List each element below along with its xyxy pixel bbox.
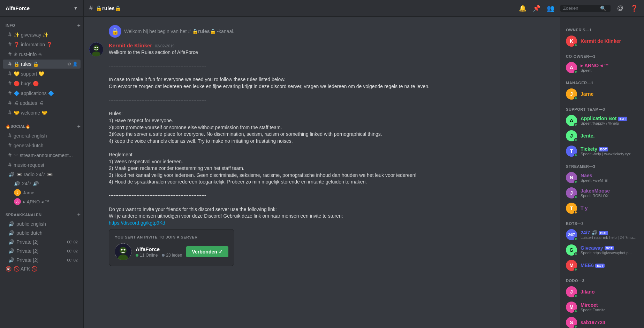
- member-naes[interactable]: N Naes Speelt FiveM 🖥: [563, 170, 641, 185]
- member-ty[interactable]: T T y: [563, 201, 641, 216]
- channel-item-general-english[interactable]: # general-english: [3, 131, 81, 140]
- status-dot: [574, 268, 577, 271]
- search-input[interactable]: [563, 6, 598, 11]
- voice-channel-public-dutch[interactable]: 🔊 public dutch: [3, 229, 81, 237]
- system-text: Welkom bij het begin van het # 🔒rules🔒 -…: [124, 29, 234, 34]
- member-info-appbot: Application BotBOT Speelt %apply / %help: [581, 116, 638, 125]
- channel-item-welcome[interactable]: # 🤝 welcome 🤝: [3, 108, 81, 117]
- member-jente[interactable]: J Jente.: [563, 128, 641, 143]
- invite-link[interactable]: https://discord.gg/kgtp9Kd: [109, 220, 165, 226]
- voice-channel-radio[interactable]: 🔊 📼 radio 24/7 📼: [3, 170, 81, 179]
- channel-item-giveaway[interactable]: # ✨ giveaway ✨: [3, 30, 81, 39]
- member-name: JakenMoose: [581, 188, 638, 194]
- verbonden-button[interactable]: Verbonden ✓: [186, 246, 228, 257]
- voice-member-arno[interactable]: A ▸ ĄRNO ◂ ™: [3, 197, 81, 206]
- search-box[interactable]: 🔍: [560, 5, 611, 12]
- channel-title: 🔒rules🔒: [96, 5, 121, 11]
- top-bar: AlfaForce ▼ # 🔒rules🔒 🔔 📌 👥 🔍 @ ❓: [0, 0, 644, 17]
- voice-member-name: Jarne: [23, 190, 35, 195]
- member-avatar-kermit: K: [566, 36, 577, 47]
- channel-item-bugs[interactable]: # 🔴 bugs 🔴: [3, 79, 81, 88]
- hash-icon: #: [8, 100, 12, 106]
- channel-item-stream[interactable]: # 〰 stream-announcement...: [3, 151, 81, 160]
- afk-label: 🚫 AFK 🚫: [14, 266, 37, 272]
- member-name: Jente.: [581, 133, 638, 139]
- voice-channel-private1[interactable]: 🔊 Private [2] 00' 02: [3, 238, 81, 246]
- social-section-label: 🔥SOCIAL🔥: [6, 124, 30, 129]
- status-dot: [574, 70, 577, 73]
- member-sab197724[interactable]: S sab197724: [563, 315, 641, 328]
- hash-icon: #: [8, 51, 12, 57]
- member-jilano[interactable]: J Jilano: [563, 284, 641, 299]
- search-icon: 🔍: [600, 6, 606, 11]
- member-jarne[interactable]: J Jarne: [563, 86, 641, 102]
- voice-channel-247[interactable]: 🔊 24/7 🔊: [3, 179, 81, 188]
- channel-item-rules[interactable]: # 🔒 rules 🔒 ⚙ 👤: [3, 60, 81, 69]
- member-tickety[interactable]: T TicketyBOT Speelt -help | www.tickety.…: [563, 143, 641, 159]
- member-mircoet[interactable]: M Mircoet Speelt Fortnite: [563, 299, 641, 315]
- member-info-jente: Jente.: [581, 133, 638, 139]
- channel-label: ✳ rust-info ✳: [14, 52, 42, 57]
- member-arno[interactable]: A ▸ ĄRNO ◂ ™ Speelt: [563, 60, 641, 75]
- info-section-label: INFO: [6, 23, 15, 28]
- info-section-add[interactable]: +: [77, 22, 81, 29]
- voice-channel-private3[interactable]: 🔊 Private [2] 00' 02: [3, 256, 81, 264]
- afk-section[interactable]: 🔇 🚫 AFK 🚫: [0, 265, 83, 273]
- channel-item-rust-info[interactable]: # ✳ rust-info ✳: [3, 50, 81, 59]
- member-info-giveaway: GiveawayBOT Speelt https://giveawaybot.p…: [581, 245, 638, 255]
- channel-label: general-english: [14, 133, 47, 139]
- voice-channel-private2[interactable]: 🔊 Private [2] 00' 02: [3, 247, 81, 255]
- voice-channel-right: 00' 02: [67, 258, 78, 262]
- member-kermit[interactable]: K Kermit de Klinker: [563, 33, 641, 49]
- svg-point-8: [121, 249, 123, 251]
- help-icon[interactable]: ❓: [630, 4, 638, 13]
- invite-server-name: AlfaForce: [136, 246, 182, 252]
- member-appbot[interactable]: A Application BotBOT Speelt %apply / %he…: [563, 113, 641, 128]
- spraak-section-label: SPRAAKKANALEN: [6, 213, 41, 217]
- voice-channel-label: 24/7 🔊: [22, 181, 39, 186]
- member-247bot[interactable]: 24/7 24/7 🔊BOT Luistert naar mb help | 2…: [563, 227, 641, 242]
- section-bots: BOTS—3: [563, 216, 641, 227]
- member-name: Naes: [581, 173, 638, 178]
- member-jakenmoose[interactable]: J JakenMoose Speelt ROBLOX: [563, 185, 641, 201]
- social-section-header[interactable]: 🔥SOCIAL🔥 +: [0, 118, 83, 131]
- message-kermit: Kermit de Klinker 02-02-2019 Welkom to t…: [84, 41, 560, 267]
- social-section-add[interactable]: +: [77, 123, 81, 130]
- member-mee6[interactable]: M MEE6BOT: [563, 258, 641, 273]
- member-name: Kermit de Klinker: [581, 38, 638, 44]
- settings-icon[interactable]: ⚙: [67, 62, 71, 67]
- message-timestamp: 02-02-2019: [155, 44, 174, 48]
- section-streamer: STREAMER—3: [563, 159, 641, 170]
- member-giveaway[interactable]: G GiveawayBOT Speelt https://giveawaybot…: [563, 242, 641, 258]
- channel-item-updates[interactable]: # 🖨 updates 🖨: [3, 99, 81, 108]
- speaker-icon: 🔊: [8, 257, 14, 263]
- server-header[interactable]: AlfaForce ▼: [0, 0, 84, 16]
- mention-icon[interactable]: @: [616, 4, 624, 13]
- member-avatar-jakenmoose: J: [566, 187, 577, 198]
- member-info-kermit: Kermit de Klinker: [581, 38, 638, 44]
- info-section-header[interactable]: INFO +: [0, 17, 83, 30]
- channel-item-information[interactable]: # ❓ information ❓: [3, 40, 81, 49]
- person-icon[interactable]: 👤: [73, 62, 78, 67]
- pin-icon[interactable]: 📌: [532, 4, 541, 13]
- channel-item-applications[interactable]: # 🔷 applications 🔷: [3, 89, 81, 98]
- channel-item-support[interactable]: # 💛 support 💛: [3, 69, 81, 78]
- spraak-section-header[interactable]: SPRAAKKANALEN +: [0, 206, 83, 219]
- member-avatar-sab: S: [566, 317, 577, 328]
- voice-member-jarne[interactable]: J Jarne: [3, 188, 81, 197]
- channel-item-general-dutch[interactable]: # general-dutch: [3, 141, 81, 150]
- channel-item-music[interactable]: # music-request: [3, 161, 81, 170]
- member-avatar-arno: A: [566, 62, 577, 73]
- bot-badge: BOT: [599, 147, 608, 151]
- voice-channel-label: public english: [16, 221, 46, 227]
- messages-container: 🔒 Welkom bij het begin van het # 🔒rules🔒…: [84, 17, 560, 328]
- spraak-section-add[interactable]: +: [77, 212, 81, 218]
- channel-item-right: ⚙ 👤: [67, 62, 78, 67]
- notifications-icon[interactable]: 🔔: [518, 4, 527, 13]
- channel-hash-icon: #: [89, 5, 93, 12]
- mute-icon: 🔇: [6, 266, 12, 272]
- member-info-ty: T y: [581, 205, 638, 211]
- members-icon[interactable]: 👥: [546, 4, 555, 13]
- voice-channel-public-english[interactable]: 🔊 public english: [3, 220, 81, 228]
- member-info-tickety: TicketyBOT Speelt -help | www.tickety.xy…: [581, 146, 638, 156]
